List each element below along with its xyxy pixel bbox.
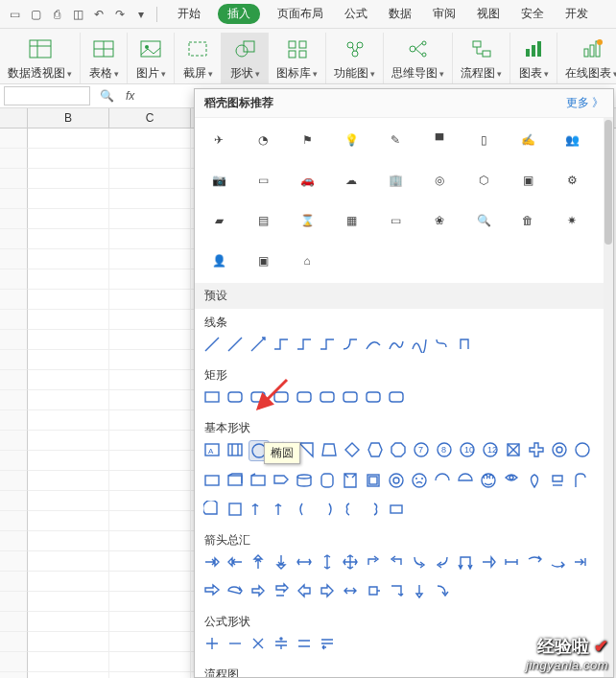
shape-item[interactable] (295, 387, 314, 407)
shape-item[interactable] (318, 471, 337, 490)
cell[interactable] (109, 672, 191, 678)
rec-trash-icon[interactable]: 🗑 (517, 210, 538, 231)
ribbon-table[interactable]: 表格▾ (81, 33, 128, 83)
shape-item[interactable] (525, 552, 544, 572)
cell[interactable] (109, 612, 191, 632)
cell[interactable] (109, 310, 191, 330)
cell[interactable] (28, 511, 109, 531)
tab-开发[interactable]: 开发 (561, 4, 592, 24)
shape-item[interactable] (318, 387, 337, 407)
rec-note-icon[interactable]: ✍ (517, 129, 538, 151)
shape-item[interactable] (364, 387, 383, 407)
shape-item[interactable] (341, 581, 360, 600)
shape-item[interactable] (387, 335, 406, 354)
shape-item[interactable] (573, 440, 592, 459)
row-head[interactable] (0, 229, 28, 249)
shape-item[interactable] (225, 500, 245, 519)
shape-item[interactable] (295, 471, 314, 490)
scrollbar[interactable] (604, 118, 613, 677)
shape-item[interactable] (249, 335, 268, 354)
cell[interactable] (109, 511, 191, 531)
rec-radio-icon[interactable]: ▣ (252, 250, 273, 271)
rec-tree-icon[interactable]: ❀ (429, 210, 450, 231)
shape-item[interactable] (202, 387, 222, 407)
shape-item[interactable] (249, 500, 268, 519)
rec-airplane-icon[interactable]: ✈ (208, 129, 229, 151)
cell[interactable] (28, 370, 109, 390)
tab-安全[interactable]: 安全 (517, 4, 548, 24)
tab-开始[interactable]: 开始 (174, 4, 204, 24)
shape-item[interactable] (502, 471, 521, 490)
open-icon[interactable]: ▢ (27, 6, 44, 23)
shape-item[interactable] (320, 440, 339, 459)
shape-item[interactable] (202, 634, 222, 653)
shape-item[interactable] (433, 471, 452, 490)
shape-item[interactable] (295, 500, 314, 519)
cell[interactable] (28, 149, 109, 169)
shape-item[interactable]: 8 (435, 440, 454, 459)
shape-item[interactable] (364, 581, 383, 600)
shape-item[interactable] (364, 500, 383, 519)
cell[interactable] (28, 129, 109, 149)
shape-item[interactable] (410, 581, 429, 600)
shape-item[interactable] (502, 552, 521, 572)
row-head[interactable] (0, 249, 28, 269)
cell[interactable] (28, 189, 109, 209)
zoom-icon[interactable]: 🔍 (94, 89, 120, 103)
row-head[interactable] (0, 169, 28, 189)
row-head[interactable] (0, 632, 28, 652)
shape-item[interactable] (202, 335, 222, 354)
row-head[interactable] (0, 330, 28, 350)
shape-item[interactable] (550, 440, 569, 459)
shape-item[interactable] (433, 552, 452, 572)
rec-crab-icon[interactable]: ✷ (561, 210, 582, 231)
cell[interactable] (28, 451, 109, 471)
shape-item[interactable] (318, 335, 337, 354)
shape-item[interactable] (225, 335, 245, 354)
shape-item[interactable] (341, 387, 360, 407)
col-B[interactable]: B (28, 108, 109, 128)
rec-bulb-icon[interactable]: 💡 (341, 129, 362, 151)
cell[interactable] (28, 572, 109, 592)
cell[interactable] (28, 592, 109, 612)
cell[interactable] (109, 451, 191, 471)
rec-pie-icon[interactable]: ◔ (252, 129, 273, 151)
rec-page-icon[interactable]: ▯ (473, 129, 494, 151)
rec-person2-icon[interactable]: 👤 (208, 250, 229, 271)
shape-item[interactable] (364, 335, 383, 354)
shape-item[interactable]: 10 (458, 440, 477, 459)
row-head[interactable] (0, 451, 28, 471)
row-head[interactable] (0, 531, 28, 551)
rec-flag-icon[interactable]: ⚑ (296, 129, 318, 151)
cell[interactable] (28, 632, 109, 652)
shape-item[interactable] (410, 552, 429, 572)
shape-item[interactable]: 7 (412, 440, 431, 459)
cell[interactable] (109, 652, 191, 672)
shape-item[interactable] (364, 471, 383, 490)
cell[interactable] (28, 672, 109, 678)
row-head[interactable] (0, 672, 28, 678)
cell[interactable] (109, 189, 191, 209)
dropdown-icon[interactable]: ▾ (132, 6, 150, 23)
rec-calendar-icon[interactable]: ▦ (341, 210, 362, 231)
cell[interactable] (28, 390, 109, 410)
shape-item[interactable] (527, 440, 546, 459)
shape-item[interactable] (202, 500, 222, 519)
cell[interactable] (109, 209, 191, 229)
row-head[interactable] (0, 350, 28, 370)
shape-item[interactable] (410, 335, 429, 354)
undo-icon[interactable]: ↶ (90, 6, 107, 23)
shape-item[interactable] (366, 440, 385, 459)
ribbon-flowchart[interactable]: 流程图▾ (453, 33, 510, 83)
ribbon-smartart[interactable]: 功能图▾ (326, 33, 384, 83)
col-C[interactable]: C (109, 108, 191, 128)
row-head[interactable] (0, 209, 28, 229)
cell[interactable] (28, 249, 109, 269)
row-head[interactable] (0, 592, 28, 612)
shape-item[interactable] (433, 335, 452, 354)
shape-item[interactable] (548, 471, 567, 490)
ribbon-mindmap[interactable]: 思维导图▾ (384, 33, 453, 83)
row-head[interactable] (0, 612, 28, 632)
cell[interactable] (28, 652, 109, 672)
cell[interactable] (109, 491, 191, 511)
